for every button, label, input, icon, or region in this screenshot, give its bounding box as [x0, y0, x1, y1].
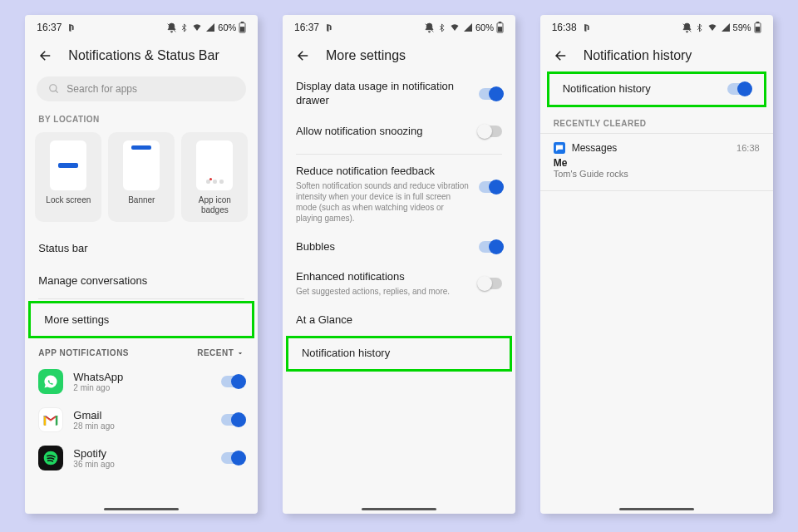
screen-more-settings: 16:37 60% More settings Display data usa… — [283, 15, 515, 514]
nav-handle[interactable] — [619, 508, 694, 510]
app-notifications-header: APP NOTIFICATIONS RECENT — [25, 338, 258, 362]
highlight-history-toggle: Notification history — [547, 71, 766, 107]
row-reduce-feedback[interactable]: Reduce notification feedback Soften noti… — [283, 156, 515, 232]
item-status-bar[interactable]: Status bar — [25, 232, 258, 264]
notification-sender: Me — [554, 157, 760, 169]
battery-percent: 60% — [475, 22, 494, 32]
battery-icon — [754, 22, 761, 33]
svg-rect-6 — [499, 22, 502, 23]
status-time: 16:37 — [294, 22, 319, 33]
toggle-history[interactable] — [727, 83, 751, 95]
divider — [540, 190, 773, 191]
divider — [38, 298, 244, 299]
svg-rect-10 — [756, 27, 760, 32]
toggle-snoozing[interactable] — [479, 126, 502, 137]
page-title: Notifications & Status Bar — [68, 48, 219, 63]
notification-time: 16:38 — [736, 143, 760, 153]
battery-percent: 60% — [218, 22, 236, 32]
row-enhanced-notifications[interactable]: Enhanced notifications Get suggested act… — [283, 262, 515, 305]
messages-app-icon — [554, 142, 565, 154]
row-display-data-usage[interactable]: Display data usage in notification drawe… — [283, 71, 515, 116]
back-arrow-icon[interactable] — [296, 48, 311, 63]
status-bar: 16:37 60% — [25, 15, 258, 37]
divider — [296, 154, 502, 155]
recently-cleared-label: RECENTLY CLEARED — [540, 114, 773, 133]
wifi-icon — [449, 22, 461, 32]
search-input[interactable]: Search for apps — [37, 76, 246, 101]
app-row-spotify[interactable]: Spotify36 min ago — [25, 439, 258, 477]
by-location-label: BY LOCATION — [25, 110, 258, 129]
notification-app-name: Messages — [572, 142, 618, 154]
bluetooth-icon — [180, 22, 189, 33]
svg-rect-7 — [498, 27, 502, 32]
whatsapp-icon — [43, 374, 58, 389]
status-time: 16:38 — [552, 22, 577, 33]
back-arrow-icon[interactable] — [38, 48, 53, 63]
row-history-toggle[interactable]: Notification history — [549, 74, 764, 105]
nav-handle[interactable] — [104, 508, 179, 510]
toggle-spotify[interactable] — [221, 452, 244, 464]
bell-off-icon — [682, 22, 692, 33]
bluetooth-icon — [695, 22, 704, 33]
row-bubbles[interactable]: Bubbles — [283, 232, 515, 263]
item-more-settings[interactable]: More settings — [31, 303, 252, 336]
svg-rect-1 — [241, 22, 244, 23]
signal-icon — [721, 22, 731, 32]
toggle-reduce-feedback[interactable] — [479, 181, 502, 193]
search-icon — [48, 83, 60, 95]
svg-rect-2 — [240, 27, 244, 32]
battery-icon — [496, 22, 504, 33]
toggle-gmail[interactable] — [221, 414, 244, 426]
screen-notifications-status-bar: 16:37 60% Notifications & Status Bar Sea… — [25, 15, 258, 514]
screen-notification-history: 16:38 59% Notification history Notificat… — [540, 15, 773, 514]
battery-icon — [239, 22, 246, 33]
location-tiles: Lock screen Banner App icon badges — [25, 129, 258, 232]
signal-icon — [205, 22, 215, 32]
status-bar: 16:37 60% — [283, 15, 515, 37]
tile-banner[interactable]: Banner — [108, 132, 175, 222]
toggle-display-usage[interactable] — [479, 88, 502, 100]
page-header: Notifications & Status Bar — [25, 37, 258, 71]
search-placeholder: Search for apps — [66, 83, 137, 95]
playstation-icon — [323, 23, 332, 32]
highlight-notification-history: Notification history — [286, 336, 512, 372]
toggle-whatsapp[interactable] — [221, 376, 244, 387]
bluetooth-icon — [437, 22, 446, 33]
chevron-down-icon — [236, 349, 244, 357]
notification-item-messages[interactable]: Messages 16:38 Me Tom's Guide rocks — [540, 134, 773, 187]
back-arrow-icon[interactable] — [554, 48, 569, 63]
page-title: Notification history — [584, 48, 692, 63]
row-allow-snoozing[interactable]: Allow notification snoozing — [283, 116, 515, 147]
playstation-icon — [66, 23, 75, 32]
app-row-gmail[interactable]: Gmail28 min ago — [25, 401, 258, 439]
status-time: 16:37 — [37, 22, 62, 33]
tile-app-icon-badges[interactable]: App icon badges — [181, 132, 248, 222]
bell-off-icon — [166, 22, 177, 33]
battery-percent: 59% — [733, 22, 751, 32]
recent-dropdown[interactable]: RECENT — [197, 348, 244, 357]
wifi-icon — [191, 22, 203, 32]
wifi-icon — [707, 22, 718, 32]
page-header: More settings — [283, 37, 515, 71]
status-bar: 16:38 59% — [540, 15, 773, 37]
page-header: Notification history — [540, 37, 773, 71]
toggle-enhanced[interactable] — [479, 278, 502, 289]
signal-icon — [463, 22, 473, 32]
page-title: More settings — [326, 48, 406, 63]
item-manage-conversations[interactable]: Manage conversations — [25, 264, 258, 297]
row-notification-history[interactable]: Notification history — [288, 338, 510, 369]
toggle-bubbles[interactable] — [479, 241, 502, 253]
nav-handle[interactable] — [362, 508, 436, 510]
spotify-icon — [42, 450, 59, 466]
row-at-a-glance[interactable]: At a Glance — [283, 305, 515, 336]
notification-body: Tom's Guide rocks — [554, 169, 760, 179]
app-row-whatsapp[interactable]: WhatsApp2 min ago — [25, 362, 258, 401]
tile-lock-screen[interactable]: Lock screen — [35, 132, 101, 222]
svg-point-3 — [50, 85, 57, 91]
svg-rect-9 — [756, 22, 759, 23]
gmail-icon — [42, 413, 59, 426]
highlight-more-settings: More settings — [28, 301, 254, 338]
playstation-icon — [581, 23, 590, 32]
bell-off-icon — [424, 22, 435, 33]
